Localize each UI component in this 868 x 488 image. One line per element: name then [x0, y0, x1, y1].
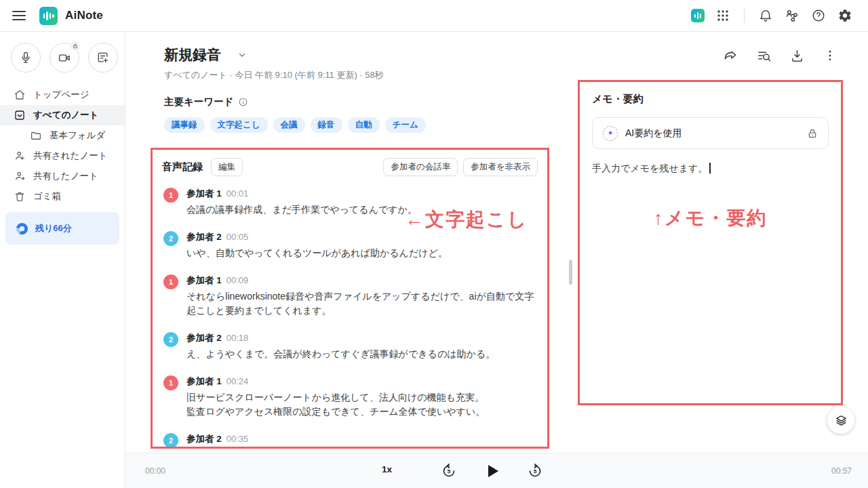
speaker-name: 参加者 2 [186, 332, 222, 344]
all-notes-icon [14, 109, 26, 121]
hide-participants-button[interactable]: 参加者を非表示 [463, 158, 538, 176]
transcript-entry[interactable]: 2 参加者 2 00:18 え、ようやくまで。会議が終わってすぐぎ議事録ができる… [162, 332, 538, 361]
transcript-title: 音声記録 [162, 161, 203, 174]
record-audio-button[interactable] [11, 43, 41, 73]
talk-rate-button[interactable]: 参加者の会話率 [383, 158, 458, 176]
entry-timestamp[interactable]: 00:35 [226, 434, 249, 444]
keyword-pill[interactable]: チーム [385, 117, 426, 133]
transcript-entry[interactable]: 1 参加者 1 00:01 会議の議事録作成、まだ手作業でやってるんですか。 [162, 188, 538, 217]
entry-timestamp[interactable]: 00:05 [226, 232, 249, 242]
speaker-name: 参加者 2 [186, 433, 222, 445]
download-icon[interactable] [789, 47, 805, 64]
keyword-pill[interactable]: 会議 [273, 117, 305, 133]
transcript-entry[interactable]: 2 参加者 2 00:35 しかも [162, 433, 538, 449]
notifications-bell-icon[interactable] [757, 7, 774, 24]
play-button[interactable] [484, 463, 500, 479]
speaker-name: 参加者 1 [186, 274, 222, 287]
title-chevron-down-icon[interactable] [237, 50, 247, 60]
record-video-button[interactable] [50, 43, 79, 73]
memo-input-text: 手入力でメモを残せます。 [592, 163, 707, 174]
note-title: 新規録音 [164, 45, 221, 64]
keywords-label: 主要キーワード [164, 96, 234, 108]
memo-title: メモ・要約 [592, 93, 829, 106]
entry-text: いや、自動でやってくれるツールがあれば助かるんだけど。 [186, 246, 538, 260]
layers-icon [835, 414, 848, 427]
organization-share-icon[interactable] [784, 7, 800, 24]
apps-grid-icon[interactable] [715, 7, 731, 24]
memo-text-input[interactable]: 手入力でメモを残せます。 [592, 163, 829, 175]
shared-out-icon [14, 170, 26, 182]
keyword-pills: 議事録 文字起こし 会議 録音 自動 チーム [164, 117, 426, 133]
entry-timestamp[interactable]: 00:18 [226, 333, 249, 343]
entry-timestamp[interactable]: 00:01 [226, 188, 249, 199]
video-lock-badge-icon [70, 41, 81, 52]
edit-button[interactable]: 編集 [211, 158, 243, 176]
entry-text: 旧サービスクローバーノートから進化して、法人向けの機能も充実。 [186, 390, 538, 405]
top-bar: AiNote [0, 0, 868, 32]
ainote-mini-logo-icon[interactable] [691, 9, 705, 22]
hamburger-menu-icon[interactable] [12, 11, 26, 20]
play-icon [488, 465, 498, 477]
folder-icon [30, 129, 42, 142]
sidebar-item-label: 共有したノート [33, 170, 98, 182]
forward-5-button[interactable]: 5 [527, 463, 543, 479]
transcript-entry[interactable]: 2 参加者 2 00:05 いや、自動でやってくれるツールがあれば助かるんだけど… [162, 231, 538, 260]
speaker-avatar: 1 [163, 375, 178, 390]
sidebar-item-label: 共有されたノート [33, 150, 108, 162]
speaker-name: 参加者 1 [186, 375, 222, 388]
keyword-pill[interactable]: 自動 [348, 117, 380, 133]
sidebar-item-label: トップページ [33, 89, 90, 101]
more-kebab-icon[interactable] [822, 47, 838, 64]
remaining-minutes-label: 残り66分 [35, 222, 72, 235]
text-caret [709, 163, 711, 174]
ainote-logo-icon [39, 7, 58, 25]
entry-timestamp[interactable]: 00:24 [226, 376, 249, 386]
speaker-avatar: 1 [163, 274, 178, 289]
memo-panel: メモ・要約 ✦ AI要約を使用 手入力でメモを残せます。 ↑メモ・要約 [578, 80, 843, 405]
entry-text: え、ようやくまで。会議が終わってすぐぎ議事録ができるのは助かる。 [186, 347, 538, 361]
sidebar-item-label: すべてのノート [33, 109, 98, 121]
sidebar-item-label: 基本フォルダ [50, 129, 105, 142]
vertical-scrollbar-thumb[interactable] [569, 260, 572, 285]
total-time: 00:57 [831, 466, 852, 476]
current-time: 00:00 [145, 466, 165, 476]
player-bar: 00:00 1x 5 5 00:57 [125, 453, 868, 488]
layers-fab-button[interactable] [827, 407, 854, 434]
ai-summary-label: AI要約を使用 [625, 127, 682, 140]
search-transcript-icon[interactable] [755, 47, 772, 64]
sidebar-item-label: ゴミ箱 [33, 190, 61, 203]
entry-text: それならlineworksinote録音や音声ファイルをアップするだけで、aiが… [186, 289, 538, 318]
share-icon[interactable] [722, 47, 738, 64]
rewind-seconds-label: 5 [448, 468, 451, 474]
transcript-entry[interactable]: 1 参加者 1 00:09 それならlineworksinote録音や音声ファイ… [162, 274, 538, 318]
forward-seconds-label: 5 [534, 468, 537, 474]
keyword-pill[interactable]: 議事録 [164, 117, 205, 133]
topbar-divider [744, 8, 745, 23]
keyword-pill[interactable]: 文字起こし [210, 117, 268, 133]
rewind-5-button[interactable]: 5 [441, 463, 457, 479]
sidebar-item-all-notes[interactable]: すべてのノート [0, 105, 125, 125]
sidebar-item-basic-folder[interactable]: 基本フォルダ [0, 125, 125, 146]
transcript-entry[interactable]: 1 参加者 1 00:24 旧サービスクローバーノートから進化して、法人向けの機… [162, 375, 538, 419]
info-icon[interactable] [238, 97, 248, 107]
sidebar-item-shared-by-me[interactable]: 共有したノート [0, 166, 125, 186]
sidebar: トップページ すべてのノート 基本フォルダ 共有されたノート [0, 32, 125, 488]
sidebar-item-shared-with-me[interactable]: 共有されたノート [0, 146, 125, 166]
sidebar-item-top-page[interactable]: トップページ [0, 85, 125, 105]
sidebar-item-trash[interactable]: ゴミ箱 [0, 186, 125, 207]
lock-icon [807, 128, 818, 139]
help-icon[interactable] [810, 7, 827, 24]
speaker-avatar: 1 [163, 188, 178, 203]
ai-sparkle-icon: ✦ [603, 126, 618, 141]
entry-timestamp[interactable]: 00:09 [226, 275, 249, 285]
playback-speed-button[interactable]: 1x [382, 464, 392, 474]
speaker-name: 参加者 1 [186, 188, 222, 200]
settings-gear-icon[interactable] [837, 7, 853, 24]
keyword-pill[interactable]: 録音 [311, 117, 342, 133]
home-icon [14, 89, 26, 101]
usage-donut-icon [16, 222, 28, 235]
brand[interactable]: AiNote [39, 7, 103, 25]
new-note-button[interactable] [88, 43, 118, 73]
ai-summary-button[interactable]: ✦ AI要約を使用 [592, 117, 829, 149]
remaining-minutes-badge[interactable]: 残り66分 [5, 212, 119, 245]
